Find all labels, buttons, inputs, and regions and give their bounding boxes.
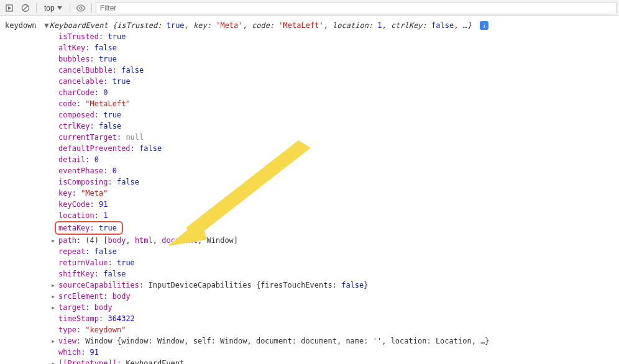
svg-marker-1	[8, 6, 11, 10]
prop-currentTarget[interactable]: currentTarget: null	[58, 132, 614, 143]
prop-sourceCapabilities[interactable]: ▸sourceCapabilities: InputDeviceCapabili…	[58, 280, 614, 291]
disclosure-triangle-icon[interactable]: ▸	[51, 280, 58, 291]
object-class: KeyboardEvent	[50, 21, 108, 30]
log-summary-row[interactable]: keydown ▼KeyboardEvent {isTrusted: true,…	[5, 20, 614, 31]
prop-bubbles[interactable]: bubbles: true	[58, 53, 614, 65]
prop-path[interactable]: ▸path: (4) [body, html, document, Window…	[58, 235, 614, 246]
filter-input[interactable]	[96, 2, 617, 14]
highlight-box: metaKey: true	[55, 221, 123, 235]
prop-ctrlKey[interactable]: ctrlKey: false	[58, 121, 614, 132]
console-log-area: keydown ▼KeyboardEvent {isTrusted: true,…	[0, 16, 619, 364]
prop-prototype[interactable]: ▸[[Prototype]]: KeyboardEvent	[58, 358, 614, 364]
prop-srcElement[interactable]: ▸srcElement: body	[58, 291, 614, 302]
disclosure-triangle-icon[interactable]: ▸	[51, 302, 58, 313]
context-selector[interactable]: top	[40, 2, 66, 14]
prop-cancelable[interactable]: cancelable: true	[58, 76, 614, 87]
prop-defaultPrevented[interactable]: defaultPrevented: false	[58, 143, 614, 154]
prop-target[interactable]: ▸target: body	[58, 302, 614, 313]
chevron-down-icon	[57, 6, 62, 10]
execute-icon[interactable]	[2, 2, 16, 14]
prop-type[interactable]: type: "keydown"	[58, 324, 614, 335]
prop-charCode[interactable]: charCode: 0	[58, 87, 614, 98]
clear-console-icon[interactable]	[19, 2, 32, 14]
prop-location[interactable]: location: 1	[58, 210, 614, 221]
prop-shiftKey[interactable]: shiftKey: false	[58, 268, 614, 280]
context-selector-label: top	[44, 4, 55, 12]
prop-returnValue[interactable]: returnValue: true	[58, 257, 614, 268]
prop-view[interactable]: ▸view: Window {window: Window, self: Win…	[58, 335, 614, 347]
eye-icon[interactable]	[74, 2, 88, 14]
object-properties: isTrusted: true altKey: false bubbles: t…	[58, 31, 614, 364]
prop-timeStamp[interactable]: timeStamp: 364322	[58, 313, 614, 324]
svg-line-3	[23, 6, 28, 11]
disclosure-triangle-icon[interactable]: ▼	[44, 20, 50, 31]
svg-point-5	[80, 7, 82, 9]
console-toolbar: top	[0, 0, 619, 16]
toolbar-separator	[91, 3, 92, 13]
info-icon[interactable]: i	[480, 21, 488, 30]
disclosure-triangle-icon[interactable]: ▸	[51, 358, 58, 364]
disclosure-triangle-icon[interactable]: ▸	[51, 291, 58, 302]
prop-cancelBubble[interactable]: cancelBubble: false	[58, 65, 614, 76]
prop-eventPhase[interactable]: eventPhase: 0	[58, 165, 614, 176]
prop-key[interactable]: key: "Meta"	[58, 188, 614, 199]
disclosure-triangle-icon[interactable]: ▸	[51, 335, 58, 347]
prop-isComposing[interactable]: isComposing: false	[58, 176, 614, 188]
prop-composed[interactable]: composed: true	[58, 109, 614, 121]
prop-isTrusted[interactable]: isTrusted: true	[58, 31, 614, 42]
prop-repeat[interactable]: repeat: false	[58, 246, 614, 257]
prop-altKey[interactable]: altKey: false	[58, 42, 614, 53]
prop-code[interactable]: code: "MetaLeft"	[58, 98, 614, 109]
prop-keyCode[interactable]: keyCode: 91	[58, 199, 614, 210]
toolbar-separator	[36, 3, 37, 13]
prop-detail[interactable]: detail: 0	[58, 154, 614, 165]
svg-marker-4	[57, 6, 62, 10]
prop-which[interactable]: which: 91	[58, 347, 614, 358]
event-name: keydown	[5, 21, 37, 30]
disclosure-triangle-icon[interactable]: ▸	[51, 235, 58, 246]
toolbar-separator	[70, 3, 70, 13]
prop-metaKey[interactable]: metaKey: true	[58, 221, 614, 235]
